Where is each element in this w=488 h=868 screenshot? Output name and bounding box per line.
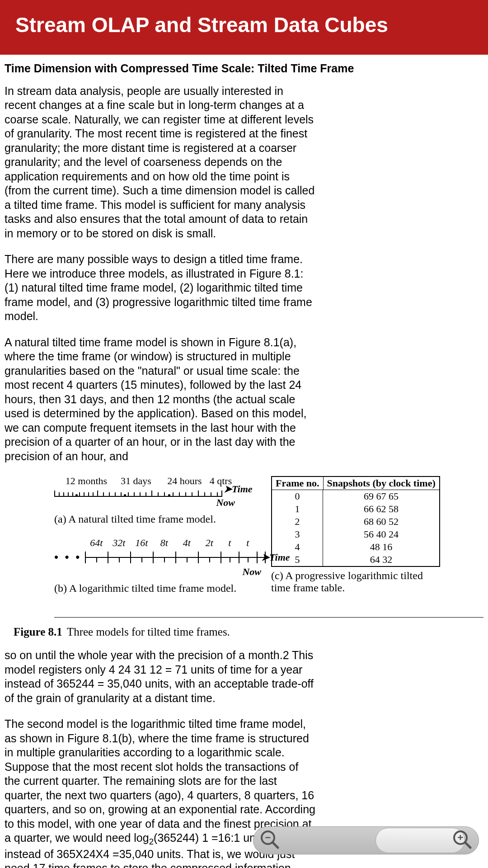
figure-left-column: 12 months 31 days 24 hours 4 qtrs <box>5 475 271 606</box>
zoom-slider-handle[interactable] <box>375 828 465 853</box>
paragraph-4: so on until the whole year with the prec… <box>5 648 316 705</box>
table-header-snapshots: Snapshots (by clock time) <box>323 476 440 490</box>
fig-a-label-24hours: 24 hours <box>161 475 208 487</box>
svg-line-4 <box>465 842 470 848</box>
table-header-frame: Frame no. <box>272 476 323 490</box>
content-body: Time Dimension with Compressed Time Scal… <box>0 55 488 868</box>
magnifier-plus-icon: + <box>452 830 472 849</box>
table-row: 0 1 2 3 4 5 69 67 65 66 62 58 68 60 52 5… <box>272 490 440 567</box>
fig-b-label-64t: 64t <box>85 537 108 549</box>
fig-c-caption: (c) A progressive logarithmic tilted tim… <box>271 570 429 594</box>
paragraph-3: A natural tilted time frame model is sho… <box>5 335 316 464</box>
fig-a-time-arrow: ➤Time <box>224 483 253 495</box>
svg-text:−: − <box>265 832 271 843</box>
fig-b-label-t2: t <box>239 537 257 549</box>
fig-b-label-16t: 16t <box>130 537 153 549</box>
magnifier-minus-icon: − <box>260 830 280 849</box>
svg-text:+: + <box>458 832 464 843</box>
fig-a-label-12months: 12 months <box>61 475 111 487</box>
zoom-control[interactable]: − + <box>253 826 479 854</box>
fig-a-now-label: Now <box>54 497 235 509</box>
figure-right-column: Frame no. Snapshots (by clock time) 0 1 … <box>271 475 483 606</box>
fig-b-label-t1: t <box>221 537 239 549</box>
figure-8-1: 12 months 31 days 24 hours 4 qtrs <box>5 475 483 638</box>
fig-b-time-arrow: ➤Time <box>261 552 290 563</box>
paragraph-1: In stream data analysis, people are usua… <box>5 84 316 241</box>
ellipsis-icon: • • • <box>54 551 81 564</box>
svg-line-1 <box>272 842 278 848</box>
frame-table: Frame no. Snapshots (by clock time) 0 1 … <box>271 476 440 567</box>
section-heading: Time Dimension with Compressed Time Scal… <box>5 62 483 75</box>
figure-title: Figure 8.1Three models for tilted time f… <box>5 626 483 638</box>
page-title: Stream OLAP and Stream Data Cubes <box>15 14 473 37</box>
fig-a-caption: (a) A natural tilted time frame model. <box>54 513 267 525</box>
fig-b-label-8t: 8t <box>153 537 175 549</box>
fig-b-label-4t: 4t <box>175 537 198 549</box>
page-header: Stream OLAP and Stream Data Cubes <box>0 0 488 55</box>
fig-b-now-label: Now <box>54 566 261 578</box>
zoom-in-button[interactable]: + <box>452 830 472 851</box>
fig-b-label-2t: 2t <box>198 537 221 549</box>
fig-b-label-32t: 32t <box>108 537 130 549</box>
fig-a-label-31days: 31 days <box>111 475 161 487</box>
paragraph-2: There are many possible ways to design a… <box>5 252 316 324</box>
zoom-out-button[interactable]: − <box>260 830 280 851</box>
figure-rule <box>54 617 483 618</box>
fig-b-caption: (b) A logarithmic tilted time frame mode… <box>54 582 267 594</box>
